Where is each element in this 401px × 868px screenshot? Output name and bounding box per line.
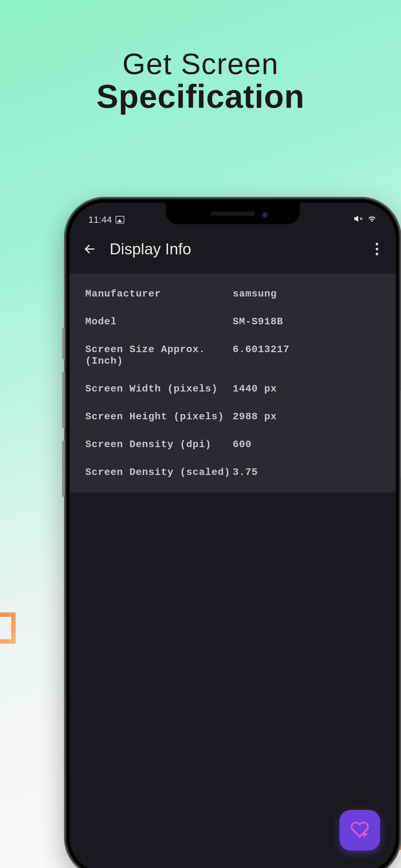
overflow-menu-button[interactable] <box>371 241 383 257</box>
info-value: 1440 px <box>233 383 380 395</box>
info-row-model: Model SM-S918B <box>70 308 396 336</box>
info-row-manufacturer: Manufacturer samsung <box>70 280 396 308</box>
phone-screen: 11:44 <box>70 203 396 868</box>
info-row-screen-size: Screen Size Approx. (Inch) 6.6013217 <box>70 336 396 375</box>
info-label: Screen Density (scaled) <box>85 466 233 478</box>
promo-heading: Get Screen Specification <box>0 0 401 115</box>
favorite-fab-button[interactable] <box>339 810 380 850</box>
side-button <box>62 372 65 428</box>
dot-icon <box>376 253 378 255</box>
info-value: 6.6013217 <box>233 344 380 367</box>
wifi-icon <box>367 214 377 225</box>
phone-notch <box>166 203 300 224</box>
side-button <box>62 440 65 497</box>
status-right <box>354 214 377 225</box>
page-title: Display Info <box>110 240 358 258</box>
info-row-screen-density-dpi: Screen Density (dpi) 600 <box>70 431 396 458</box>
info-value: 3.75 <box>233 466 380 478</box>
app-header: Display Info <box>70 227 396 274</box>
info-value: 600 <box>233 439 380 450</box>
info-row-screen-density-scaled: Screen Density (scaled) 3.75 <box>70 458 396 486</box>
info-value: 2988 px <box>233 411 380 423</box>
info-label: Screen Height (pixels) <box>85 411 233 423</box>
info-label: Screen Density (dpi) <box>85 439 233 450</box>
info-value: samsung <box>233 288 380 300</box>
decoration-left <box>0 612 15 644</box>
info-panel: Manufacturer samsung Model SM-S918B Scre… <box>70 274 396 492</box>
dot-icon <box>376 243 378 245</box>
heart-plus-icon <box>350 820 369 840</box>
info-label: Screen Width (pixels) <box>85 383 233 395</box>
mute-icon <box>354 214 363 225</box>
dot-icon <box>376 248 378 250</box>
promo-line-2: Specification <box>0 78 401 115</box>
promo-line-1: Get Screen <box>0 47 401 81</box>
info-label: Screen Size Approx. (Inch) <box>85 344 233 367</box>
info-row-screen-height: Screen Height (pixels) 2988 px <box>70 403 396 431</box>
info-label: Manufacturer <box>85 288 233 300</box>
phone-frame: 11:44 <box>64 197 401 868</box>
info-row-screen-width: Screen Width (pixels) 1440 px <box>70 375 396 403</box>
info-label: Model <box>85 316 233 328</box>
back-button[interactable] <box>82 242 97 256</box>
status-left: 11:44 <box>89 214 124 225</box>
side-button <box>62 328 65 359</box>
info-value: SM-S918B <box>233 316 380 328</box>
picture-icon <box>115 216 124 223</box>
status-time: 11:44 <box>89 214 112 225</box>
